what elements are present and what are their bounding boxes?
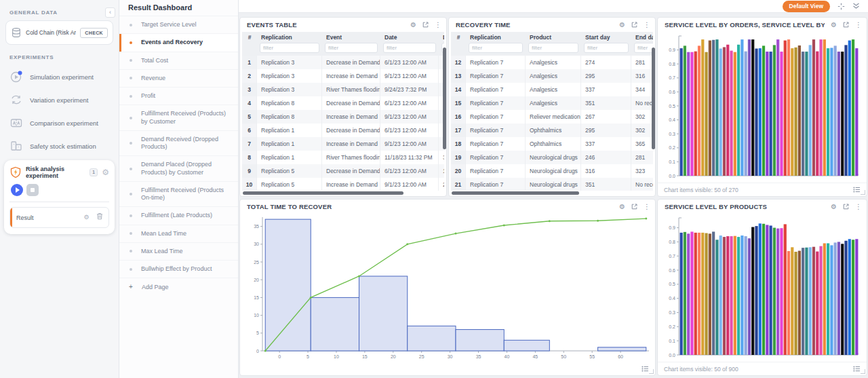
gear-icon[interactable]: ⚙ (619, 22, 625, 29)
table-row[interactable]: 2Replication 3Increase in Demand9/1/23 1… (242, 69, 444, 83)
experiment-item[interactable]: Simulation experiment (0, 65, 119, 88)
filter-input[interactable] (528, 43, 578, 53)
nav-item[interactable]: Revenue (119, 69, 238, 87)
svg-text:0.4: 0.4 (669, 296, 675, 301)
table-row[interactable]: 19Replication 7Neurological drugs246281 (451, 151, 653, 164)
result-item[interactable]: Result ⚙ (9, 207, 109, 228)
kebab-menu-icon[interactable]: ⋮ (855, 22, 862, 29)
svg-text:30: 30 (448, 354, 453, 359)
experiment-item[interactable]: Variation experiment (0, 88, 119, 111)
table-row[interactable]: 3Replication 3River Thames flooding9/24/… (242, 83, 444, 96)
result-trash-icon[interactable] (94, 212, 104, 223)
svg-text:0.7: 0.7 (669, 254, 675, 259)
svg-text:0.7: 0.7 (669, 75, 675, 80)
nav-item[interactable]: Total Cost (119, 52, 238, 69)
popout-icon[interactable] (843, 22, 849, 28)
legend-icon[interactable] (853, 366, 861, 372)
filter-input[interactable] (584, 43, 629, 53)
kebab-menu-icon[interactable]: ⋮ (855, 204, 862, 210)
resize-grip[interactable] (861, 369, 865, 374)
filter-input[interactable] (325, 43, 378, 53)
table-row[interactable]: 6Replication 1Decrease in Demand6/1/23 1… (242, 124, 444, 137)
filter-input[interactable] (469, 43, 523, 53)
table-row[interactable]: 10Replication 5Increase in Demand9/1/23 … (242, 178, 444, 191)
nav-item[interactable]: Bullwhip Effect by Product (119, 260, 238, 278)
nav-item[interactable]: Demand Received (Dropped Products) (119, 130, 238, 156)
bullet-dot-icon (130, 95, 132, 98)
popout-icon[interactable] (631, 204, 637, 210)
nav-item-label: Profit (141, 92, 155, 100)
table-row[interactable]: 14Replication 7Analgesics337344 (451, 83, 653, 96)
table-row[interactable]: 17Replication 7Ophthalmics295302 (451, 124, 653, 137)
legend-icon[interactable] (853, 187, 861, 193)
sidebar-collapse-button[interactable]: ‹ (105, 7, 115, 18)
run-experiment-button[interactable] (11, 184, 23, 196)
table-row[interactable]: 7Replication 1Increase in Demand9/1/23 1… (242, 137, 444, 151)
table-row[interactable]: 12Replication 7Analgesics274281 (451, 56, 653, 69)
table-row[interactable]: 16Replication 7Reliever medications26730… (451, 110, 653, 124)
kebab-menu-icon[interactable]: ⋮ (435, 22, 441, 29)
gear-icon[interactable]: ⚙ (102, 168, 109, 177)
gear-icon[interactable]: ⚙ (831, 204, 837, 210)
filter-input[interactable] (383, 43, 436, 53)
nav-item-add-page[interactable]: +Add Page (119, 278, 238, 297)
table-cell: Replication 5 (257, 178, 322, 191)
gear-icon[interactable]: ⚙ (831, 22, 837, 29)
nav-item-label: Total Cost (141, 57, 168, 64)
filter-input[interactable] (260, 43, 319, 53)
table-row[interactable]: 1Replication 3Decrease in Demand6/1/23 1… (242, 56, 444, 69)
table-row[interactable]: 13Replication 7Analgesics295316 (451, 69, 653, 83)
table-cell: 18 (451, 137, 466, 151)
double-chevron-down-icon[interactable] (852, 3, 860, 10)
stop-experiment-button[interactable] (26, 184, 39, 196)
nav-item[interactable]: Fulfillment (Late Products) (119, 206, 238, 224)
default-view-button[interactable]: Default View (783, 1, 830, 12)
horizontal-scrollbar[interactable] (243, 191, 403, 195)
table-row[interactable]: 18Replication 7Ophthalmics337365 (451, 137, 653, 151)
gear-icon[interactable]: ⚙ (619, 204, 625, 210)
vertical-scrollbar[interactable] (652, 48, 655, 149)
table-row[interactable]: 20Replication 7Neurological drugs316323 (451, 164, 653, 178)
nav-item[interactable]: Max Lead Time (119, 242, 238, 260)
nav-item-label: Events and Recovery (141, 39, 203, 46)
scenario-card[interactable]: Cold Chain (Risk Analysis) 8 CHECK (5, 20, 113, 45)
table-row[interactable]: 15Replication 7Analgesics351No recovery (451, 96, 653, 110)
experiment-item[interactable]: Safety stock estimation (0, 134, 119, 157)
nav-item[interactable]: Events and Recovery (119, 33, 238, 51)
nav-item-label: Fulfillment Received (Products On-time) (141, 187, 233, 202)
legend-icon[interactable] (642, 366, 649, 372)
risk-experiment-card[interactable]: Risk analysis experiment 1 ⚙ Result ⚙ (4, 160, 115, 234)
nav-item[interactable]: Target Service Level (119, 16, 238, 33)
table-row[interactable]: 9Replication 5Decrease in Demand6/1/23 1… (242, 164, 444, 178)
filter-row (242, 41, 444, 56)
table-cell: Analgesics (526, 96, 581, 110)
nav-item[interactable]: Fulfillment Received (Products On-time) (119, 181, 238, 207)
popout-icon[interactable] (843, 204, 849, 210)
nav-item[interactable]: Demand Placed (Dropped Products) by Cust… (119, 155, 238, 181)
table-cell: 9/1/23 12:00 AM (380, 69, 439, 83)
filter-input[interactable] (634, 43, 653, 53)
table-row[interactable]: 8Replication 1River Thames flooding11/18… (242, 151, 444, 164)
kebab-menu-icon[interactable]: ⋮ (644, 22, 650, 29)
kebab-menu-icon[interactable]: ⋮ (644, 204, 650, 210)
experiment-item[interactable]: Comparison experiment (0, 111, 119, 134)
nav-item[interactable]: Profit (119, 87, 238, 105)
add-widget-icon[interactable] (837, 3, 845, 10)
table-row[interactable]: 5Replication 8Increase in Demand9/1/23 1… (242, 110, 444, 124)
popout-icon[interactable] (631, 22, 637, 28)
table-cell: 281 (631, 151, 653, 164)
result-gear-icon[interactable]: ⚙ (81, 212, 92, 223)
resize-grip[interactable] (649, 369, 654, 374)
nav-item[interactable]: Mean Lead Time (119, 225, 238, 242)
horizontal-scrollbar[interactable] (452, 191, 579, 195)
table-cell: 20 (451, 164, 466, 178)
table-row[interactable]: 4Replication 8Decrease in Demand6/1/23 1… (242, 96, 444, 110)
resize-grip[interactable] (861, 190, 865, 195)
nav-item[interactable]: Fulfillment Received (Products) by Custo… (119, 105, 238, 130)
popout-icon[interactable] (422, 22, 429, 28)
table-row[interactable]: 21Replication 7Neurological drugs351No r… (451, 178, 653, 191)
table-cell: Replication 5 (257, 164, 322, 178)
vertical-scrollbar[interactable] (443, 48, 446, 149)
check-button[interactable]: CHECK (80, 28, 108, 38)
gear-icon[interactable]: ⚙ (410, 22, 416, 29)
